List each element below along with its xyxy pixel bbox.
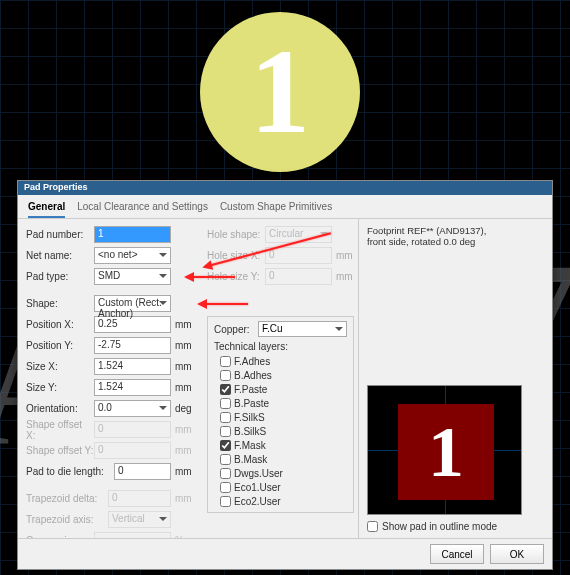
- pos-y-unit: mm: [171, 340, 195, 351]
- ok-button[interactable]: OK: [490, 544, 544, 564]
- layer-row-f-paste[interactable]: F.Paste: [214, 382, 347, 396]
- shape-off-x-label: Shape offset X:: [26, 419, 94, 441]
- copper-select[interactable]: F.Cu: [258, 321, 347, 337]
- layer-label: B.Adhes: [234, 370, 272, 381]
- pad-die-field[interactable]: 0: [114, 463, 171, 480]
- size-y-field[interactable]: 1.524: [94, 379, 171, 396]
- hole-size-x-unit: mm: [332, 250, 354, 261]
- outline-mode-checkbox[interactable]: [367, 521, 378, 532]
- pad-die-unit: mm: [171, 466, 195, 477]
- pad-properties-dialog: Pad Properties General Local Clearance a…: [17, 180, 553, 570]
- layer-checkbox-f-mask[interactable]: [220, 440, 231, 451]
- annotation-arrow-2: [187, 276, 235, 278]
- hole-size-y-field: 0: [265, 268, 332, 285]
- hole-size-y-unit: mm: [332, 271, 354, 282]
- size-y-unit: mm: [171, 382, 195, 393]
- size-x-label: Size X:: [26, 361, 94, 372]
- dialog-tabs: General Local Clearance and Settings Cus…: [18, 195, 552, 219]
- hole-shape-label: Hole shape:: [207, 229, 265, 240]
- dialog-footer: Cancel OK: [18, 538, 552, 569]
- dialog-titlebar[interactable]: Pad Properties: [18, 181, 552, 195]
- pad-type-label: Pad type:: [26, 271, 94, 282]
- layer-checkbox-b-adhes[interactable]: [220, 370, 231, 381]
- layer-label: B.SilkS: [234, 426, 266, 437]
- size-y-label: Size Y:: [26, 382, 94, 393]
- size-x-field[interactable]: 1.524: [94, 358, 171, 375]
- net-name-select[interactable]: <no net>: [94, 247, 171, 264]
- layer-checkbox-b-mask[interactable]: [220, 454, 231, 465]
- outline-mode-checkbox-row[interactable]: Show pad in outline mode: [367, 521, 544, 532]
- trap-delta-unit: mm: [171, 493, 195, 504]
- layer-label: B.Mask: [234, 454, 267, 465]
- shape-off-y-field: 0: [94, 442, 171, 459]
- layer-checkbox-dwgs-user[interactable]: [220, 468, 231, 479]
- layer-label: B.Paste: [234, 398, 269, 409]
- tab-custom-shape-primitives[interactable]: Custom Shape Primitives: [220, 201, 332, 218]
- hole-size-x-field: 0: [265, 247, 332, 264]
- pad-type-select[interactable]: SMD: [94, 268, 171, 285]
- orientation-select[interactable]: 0.0: [94, 400, 171, 417]
- layer-checkbox-f-silks[interactable]: [220, 412, 231, 423]
- properties-left-column: Pad number: 1 Net name: <no net> Pad typ…: [18, 219, 203, 538]
- layer-label: Eco2.User: [234, 496, 281, 507]
- properties-mid-column: Hole shape: Circular Hole size X: 0 mm H…: [203, 219, 358, 538]
- trap-delta-field: 0: [108, 490, 171, 507]
- pos-y-label: Position Y:: [26, 340, 94, 351]
- pad-number-label: Pad number:: [26, 229, 94, 240]
- orientation-label: Orientation:: [26, 403, 94, 414]
- shape-select[interactable]: Custom (Rect. Anchor): [94, 295, 171, 312]
- layer-label: F.SilkS: [234, 412, 265, 423]
- technical-layers-header: Technical layers:: [214, 341, 347, 352]
- layer-row-f-mask[interactable]: F.Mask: [214, 438, 347, 452]
- layer-checkbox-eco2-user[interactable]: [220, 496, 231, 507]
- layer-checkbox-eco1-user[interactable]: [220, 482, 231, 493]
- layer-row-f-adhes[interactable]: F.Adhes: [214, 354, 347, 368]
- footprint-info-line1: Footprint REF** (AND9137),: [367, 225, 544, 236]
- layer-row-f-silks[interactable]: F.SilkS: [214, 410, 347, 424]
- layer-label: Eco1.User: [234, 482, 281, 493]
- shape-off-y-unit: mm: [171, 445, 195, 456]
- trap-axis-select: Vertical: [108, 511, 171, 528]
- layer-label: Dwgs.User: [234, 468, 283, 479]
- layer-row-b-mask[interactable]: B.Mask: [214, 452, 347, 466]
- preview-column: Footprint REF** (AND9137), front side, r…: [358, 219, 552, 538]
- layer-row-b-paste[interactable]: B.Paste: [214, 396, 347, 410]
- preview-pad-number: 1: [398, 404, 494, 500]
- pad-preview: 1: [367, 385, 522, 515]
- cancel-button[interactable]: Cancel: [430, 544, 484, 564]
- layer-row-dwgs-user[interactable]: Dwgs.User: [214, 466, 347, 480]
- tab-general[interactable]: General: [28, 201, 65, 218]
- shape-off-y-label: Shape offset Y:: [26, 445, 94, 456]
- layer-row-b-adhes[interactable]: B.Adhes: [214, 368, 347, 382]
- trap-delta-label: Trapezoid delta:: [26, 493, 108, 504]
- pos-y-field[interactable]: -2.75: [94, 337, 171, 354]
- layer-checkbox-b-silks[interactable]: [220, 426, 231, 437]
- annotation-digit: 1: [250, 32, 310, 152]
- layer-row-eco1-user[interactable]: Eco1.User: [214, 480, 347, 494]
- shape-off-x-field: 0: [94, 421, 171, 438]
- annotation-arrow-3: [200, 303, 248, 305]
- layer-checkbox-b-paste[interactable]: [220, 398, 231, 409]
- size-x-unit: mm: [171, 361, 195, 372]
- shape-off-x-unit: mm: [171, 424, 195, 435]
- layer-checkbox-f-adhes[interactable]: [220, 356, 231, 367]
- tab-local-clearance[interactable]: Local Clearance and Settings: [77, 201, 208, 218]
- layer-row-eco2-user[interactable]: Eco2.User: [214, 494, 347, 508]
- pos-x-unit: mm: [171, 319, 195, 330]
- pos-x-label: Position X:: [26, 319, 94, 330]
- pad-die-label: Pad to die length:: [26, 466, 114, 477]
- layers-panel: Copper: F.Cu Technical layers: F.AdhesB.…: [207, 316, 354, 513]
- annotation-circle-1: 1: [200, 12, 360, 172]
- net-name-label: Net name:: [26, 250, 94, 261]
- copper-label: Copper:: [214, 324, 258, 335]
- layer-label: F.Paste: [234, 384, 267, 395]
- layer-row-b-silks[interactable]: B.SilkS: [214, 424, 347, 438]
- pad-number-field[interactable]: 1: [94, 226, 171, 243]
- footprint-info: Footprint REF** (AND9137), front side, r…: [367, 225, 544, 248]
- layer-checkbox-f-paste[interactable]: [220, 384, 231, 395]
- trap-axis-label: Trapezoid axis:: [26, 514, 108, 525]
- shape-label: Shape:: [26, 298, 94, 309]
- layer-label: F.Adhes: [234, 356, 270, 367]
- footprint-info-line2: front side, rotated 0.0 deg: [367, 236, 544, 247]
- outline-mode-label: Show pad in outline mode: [382, 521, 497, 532]
